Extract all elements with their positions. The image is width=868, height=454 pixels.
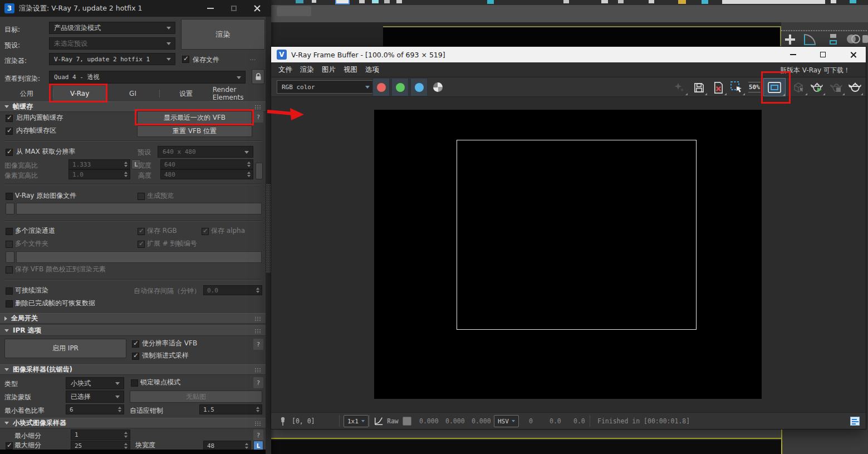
width-spinner[interactable]: 640 bbox=[160, 159, 253, 169]
raw-file-browse-button[interactable] bbox=[6, 203, 14, 214]
pin-icon[interactable] bbox=[278, 416, 287, 426]
resumable-checkbox[interactable] bbox=[6, 287, 13, 295]
image-aspect-spinner[interactable]: 1.333 bbox=[68, 159, 130, 169]
memory-fb-checkbox[interactable] bbox=[6, 128, 13, 135]
generate-preview-checkbox[interactable] bbox=[138, 193, 145, 200]
rollout-image-sampler[interactable]: 图像采样器(抗锯齿) bbox=[0, 364, 266, 375]
rollout-ipr[interactable]: IPR 选项 bbox=[0, 325, 266, 336]
save-file-checkbox[interactable] bbox=[182, 56, 189, 63]
stop-render-button[interactable] bbox=[828, 80, 845, 95]
tab-common[interactable]: 公用 bbox=[0, 86, 53, 101]
force-progressive-checkbox[interactable] bbox=[132, 353, 139, 360]
separate-folders-checkbox[interactable] bbox=[6, 241, 13, 248]
menu-image[interactable]: 图片 bbox=[322, 65, 336, 75]
rollout-global-switches[interactable]: 全局开关 bbox=[0, 313, 266, 324]
tab-render-elements[interactable]: Render Elements bbox=[213, 86, 266, 101]
enable-ipr-button[interactable]: 启用 IPR bbox=[4, 339, 126, 358]
channels-browse-button[interactable] bbox=[6, 251, 14, 263]
save-vfb-cc-checkbox[interactable] bbox=[6, 266, 13, 274]
enable-builtin-fb-checkbox[interactable] bbox=[6, 115, 13, 122]
raw-image-file-checkbox[interactable] bbox=[6, 193, 13, 200]
view-dropdown[interactable]: Quad 4 - 透视 bbox=[49, 71, 246, 84]
delete-resumable-checkbox[interactable] bbox=[6, 300, 13, 307]
create-plus-icon[interactable] bbox=[784, 34, 796, 45]
rollout-grip-icon[interactable] bbox=[254, 105, 262, 110]
rollout-grip-icon[interactable] bbox=[254, 329, 262, 334]
browse-button[interactable]: ... bbox=[249, 54, 256, 62]
preset-dropdown[interactable]: 未选定预设 bbox=[49, 37, 175, 50]
ipr-help-button[interactable]: ? bbox=[253, 339, 263, 350]
view-lock-button[interactable] bbox=[252, 69, 264, 84]
channel-dropdown[interactable]: RGB color bbox=[277, 80, 374, 94]
alpha-sphere-icon[interactable] bbox=[433, 82, 443, 92]
region-select-button[interactable] bbox=[728, 80, 745, 95]
menu-file[interactable]: 文件 bbox=[278, 65, 292, 75]
get-res-from-max-checkbox[interactable] bbox=[6, 149, 13, 156]
render-button[interactable]: 渲染 bbox=[181, 19, 265, 50]
expand-hash-checkbox[interactable] bbox=[138, 241, 145, 248]
channels-path-field[interactable] bbox=[16, 251, 262, 263]
bucket-help-button[interactable]: ? bbox=[253, 429, 263, 441]
raw-file-path-field[interactable] bbox=[16, 203, 262, 214]
save-image-button[interactable] bbox=[690, 80, 707, 95]
display-icon[interactable] bbox=[862, 35, 868, 43]
vfb-image-area[interactable] bbox=[271, 97, 866, 412]
denoiser-button[interactable] bbox=[671, 80, 688, 95]
clear-image-button[interactable] bbox=[710, 80, 727, 95]
renderer-dropdown[interactable]: V-Ray 7, update 2 hotfix 1 bbox=[49, 53, 175, 65]
fit-vfb-checkbox[interactable] bbox=[132, 340, 139, 348]
res-side-button[interactable] bbox=[256, 163, 263, 179]
rollout-grip-icon[interactable] bbox=[254, 421, 262, 426]
tab-gi[interactable]: GI bbox=[106, 86, 159, 101]
render-region-outline[interactable] bbox=[457, 140, 697, 330]
curve-icon[interactable] bbox=[374, 416, 384, 426]
vfb-minimize-button[interactable] bbox=[780, 47, 806, 62]
tab-settings[interactable]: 设置 bbox=[159, 86, 212, 101]
render-settings-titlebar[interactable]: 3 渲染设置: V-Ray 7, update 2 hotfix 1 bbox=[0, 0, 271, 17]
settings-scrollbar[interactable] bbox=[266, 17, 271, 454]
sampler-type-dropdown[interactable]: 小块式 bbox=[66, 377, 124, 389]
close-button[interactable] bbox=[248, 0, 267, 17]
render-canvas[interactable] bbox=[374, 110, 762, 399]
sampler-help-button[interactable]: ? bbox=[253, 377, 263, 388]
menu-view[interactable]: 视图 bbox=[344, 65, 357, 75]
vfb-close-button[interactable] bbox=[840, 47, 866, 62]
stats-panel-icon[interactable] bbox=[850, 417, 860, 426]
colorspace-dropdown[interactable]: HSV bbox=[494, 415, 519, 427]
green-channel-button[interactable] bbox=[391, 78, 409, 96]
autosave-spinner[interactable]: 0.0 bbox=[203, 285, 262, 295]
pixel-scale-dropdown[interactable]: 1x1 bbox=[344, 415, 369, 427]
rollout-grip-icon[interactable] bbox=[254, 316, 262, 321]
target-dropdown[interactable]: 产品级渲染模式 bbox=[49, 22, 175, 34]
res-preset-dropdown[interactable]: 640 x 480 bbox=[158, 146, 253, 158]
scrollbar-thumb[interactable] bbox=[266, 184, 271, 273]
hierarchy-icon[interactable] bbox=[827, 34, 839, 45]
follow-mouse-button[interactable] bbox=[791, 80, 807, 95]
maximize-button[interactable] bbox=[224, 0, 243, 17]
zoom-level-badge[interactable]: 50% bbox=[748, 82, 761, 92]
render-last-button[interactable] bbox=[808, 80, 825, 95]
separate-channels-checkbox[interactable] bbox=[6, 228, 13, 235]
fb-help-button[interactable]: ? bbox=[253, 111, 263, 123]
motion-icon[interactable] bbox=[847, 34, 860, 45]
render-button-vfb[interactable] bbox=[846, 80, 863, 95]
lock-noise-checkbox[interactable] bbox=[131, 379, 138, 387]
height-spinner[interactable]: 480 bbox=[160, 169, 253, 179]
no-map-button[interactable]: 无贴图 bbox=[130, 390, 262, 403]
rollout-grip-icon[interactable] bbox=[254, 368, 262, 373]
rollout-bucket-sampler[interactable]: 小块式图像采样器 bbox=[0, 418, 266, 428]
adaptive-clamp-spinner[interactable]: 1.5 bbox=[199, 404, 262, 414]
minimize-button[interactable] bbox=[201, 0, 220, 17]
min-shading-spinner[interactable]: 6 bbox=[66, 404, 124, 414]
pixel-aspect-spinner[interactable]: 1.0 bbox=[68, 169, 130, 179]
blue-channel-button[interactable] bbox=[410, 78, 428, 96]
save-alpha-checkbox[interactable] bbox=[202, 228, 209, 235]
save-rgb-checkbox[interactable] bbox=[138, 228, 145, 235]
vfb-maximize-button[interactable] bbox=[810, 47, 836, 62]
red-channel-button[interactable] bbox=[372, 78, 390, 96]
menu-options[interactable]: 选项 bbox=[365, 65, 379, 75]
min-subdivs-spinner[interactable]: 1 bbox=[71, 429, 130, 440]
vfb-titlebar[interactable]: V V-Ray Frame Buffer - [100.0% of 693 × … bbox=[271, 47, 866, 62]
reset-vfb-button[interactable]: 重置 VFB 位置 bbox=[137, 125, 252, 137]
render-mask-dropdown[interactable]: 已选择 bbox=[66, 390, 124, 403]
